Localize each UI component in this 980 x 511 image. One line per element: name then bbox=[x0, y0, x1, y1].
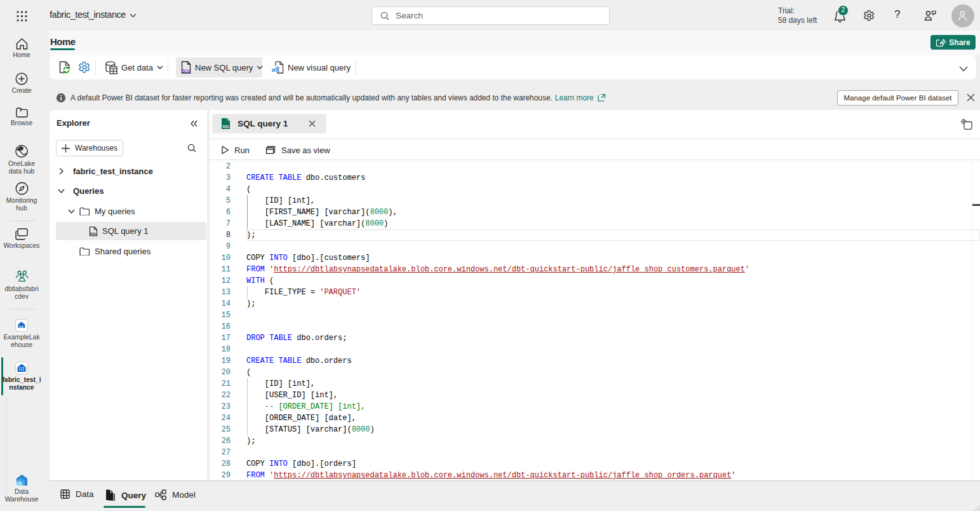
svg-text:SQL: SQL bbox=[182, 69, 191, 74]
svg-text:SQL: SQL bbox=[222, 125, 230, 128]
svg-text:SQL: SQL bbox=[90, 232, 97, 236]
